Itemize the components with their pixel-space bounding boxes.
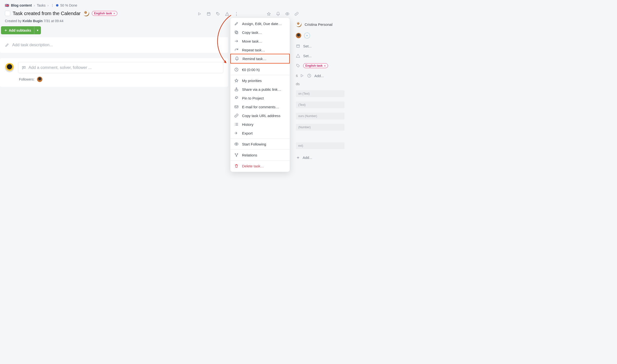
followers-row: Followers: [5,73,223,82]
breadcrumb-status[interactable]: 50 % Done [60,3,77,7]
custom-field-1[interactable]: on (Text) [296,90,345,97]
bell-icon[interactable] [276,12,280,16]
comment-input[interactable]: Add a comment, solver, follower ... [18,62,223,73]
relations-icon [234,153,239,157]
flag-icon: 🇬🇧 [5,3,9,7]
link-icon [234,113,239,118]
bell-icon [235,56,239,61]
svg-rect-4 [235,31,237,33]
menu-copy-task[interactable]: Copy task… [230,28,290,37]
add-custom-field[interactable]: ＋Add... [296,155,345,160]
tag-icon [296,64,300,68]
custom-fields-header: ds [296,82,345,86]
breadcrumb-project[interactable]: Blog content [11,3,32,7]
current-user-avatar[interactable] [5,63,14,72]
star-icon[interactable] [267,12,271,16]
add-subtasks-dropdown[interactable]: ▾ [34,26,41,34]
assignee-row[interactable]: Cristina Personal [296,21,345,27]
trash-icon [234,164,239,168]
more-icon[interactable]: ⋮ [234,12,239,16]
assignee-avatar [296,21,302,27]
menu-history[interactable]: History [230,120,290,129]
mail-icon [234,105,239,109]
menu-cost[interactable]: €0 (0:00 h) [230,65,290,74]
sidebar-tags[interactable]: English task✕ [296,63,345,68]
pin-icon [234,96,239,100]
list-icon [234,122,239,127]
custom-field-4[interactable]: (Number) [296,124,345,131]
tag-icon[interactable] [216,12,220,16]
eye-icon [234,142,239,146]
svg-rect-12 [296,45,299,47]
menu-assign-edit[interactable]: Assign, Edit, Due date… [230,19,290,28]
svg-point-1 [217,13,217,13]
arrow-right-icon [234,39,239,43]
menu-repeat-task[interactable]: Repeat task… [230,46,290,54]
custom-field-5[interactable]: ext) [296,142,345,149]
sidebar-date[interactable]: Set... [296,44,345,48]
calendar-icon [296,44,300,48]
member-avatar[interactable] [296,33,301,38]
svg-rect-0 [207,13,210,15]
tag-remove-icon[interactable]: ✕ [113,12,115,15]
chevron-right-icon: › [47,3,49,7]
calendar-icon[interactable] [206,12,211,16]
menu-delete-task[interactable]: Delete task… [230,162,290,170]
refresh-icon [234,48,239,52]
menu-email-comments[interactable]: E-mail for comments… [230,103,290,111]
breadcrumb-tasks[interactable]: Tasks [37,3,46,7]
menu-my-priorities[interactable]: My priorities [230,76,290,85]
svg-rect-7 [235,106,238,108]
menu-start-following[interactable]: Start Following [230,140,290,148]
svg-point-8 [236,143,237,145]
star-icon [234,78,239,83]
menu-move-task[interactable]: Move task… [230,37,290,46]
description-input[interactable]: Add task description... [5,43,223,47]
menu-pin-project[interactable]: Pin to Project [230,94,290,103]
svg-point-2 [287,13,288,15]
add-subtasks-button[interactable]: ＋Add subtasks [1,26,34,34]
menu-export[interactable]: Export [230,129,290,137]
comment-icon [22,65,26,70]
menu-copy-url[interactable]: Copy task URL address [230,111,290,120]
warning-icon[interactable] [225,12,229,16]
breadcrumb-more-icon[interactable]: ⋮ [51,3,54,7]
add-person-button[interactable]: + [304,33,310,39]
menu-remind-task[interactable]: Remind task… [230,54,290,64]
sidebar: Cristina Personal + Set... Set... Englis… [296,21,345,160]
breadcrumb: 🇬🇧 Blog content › Tasks › ⋮ 50 % Done [0,0,347,9]
play-icon[interactable] [197,12,201,16]
tag-english-task[interactable]: English task✕ [92,11,117,16]
warning-icon [296,53,300,58]
svg-rect-3 [236,32,238,34]
follower-avatar[interactable] [37,77,42,82]
task-context-menu: Assign, Edit, Due date… Copy task… Move … [230,17,290,172]
status-dot-icon [56,4,58,7]
sidebar-time[interactable]: s Add... [296,74,345,78]
task-complete-checkbox[interactable] [5,11,10,16]
task-title[interactable]: Task created from the Calendar [13,11,80,16]
pencil-icon [5,43,9,47]
chevron-right-icon: › [34,3,35,7]
copy-icon [234,30,239,35]
custom-field-3[interactable]: ours (Number) [296,113,345,119]
export-icon [234,131,239,135]
task-emoji-icon[interactable] [83,10,89,16]
eye-icon[interactable] [285,12,290,16]
play-icon [300,74,304,78]
clock-icon [307,74,311,78]
link-icon[interactable] [294,12,299,16]
menu-relations[interactable]: Relations [230,151,290,159]
custom-field-2[interactable]: (Text) [296,102,345,108]
clock-icon [234,67,239,72]
share-icon [234,87,239,91]
creation-meta: Created by Kvído Bugin 7/31 at 09:44 [0,19,347,23]
sidebar-priority[interactable]: Set... [296,53,345,58]
pencil-icon [234,21,239,26]
menu-share-link[interactable]: Share via a public link… [230,85,290,94]
